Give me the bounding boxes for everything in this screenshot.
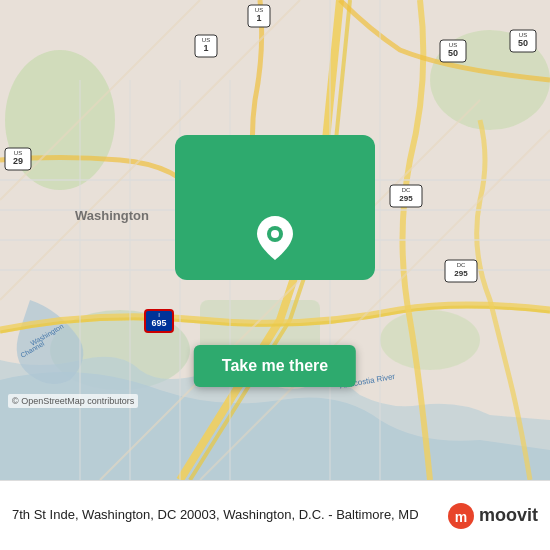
take-me-there-button[interactable]: Take me there	[194, 345, 356, 387]
moovit-logo-label: moovit	[479, 505, 538, 526]
svg-text:US: US	[202, 37, 210, 43]
footer-text-block: 7th St Inde, Washington, DC 20003, Washi…	[12, 506, 447, 524]
moovit-icon: m	[447, 502, 475, 530]
map-container: 1 US 50 US 50 US 29 US 1 US 395 I 695 I …	[0, 0, 550, 480]
moovit-logo: m moovit	[447, 502, 538, 530]
map-pin	[257, 216, 293, 260]
svg-text:Washington: Washington	[75, 208, 149, 223]
action-panel: Take me there	[175, 135, 375, 280]
svg-text:695: 695	[151, 318, 166, 328]
svg-text:1: 1	[203, 43, 208, 53]
osm-credit: © OpenStreetMap contributors	[8, 394, 138, 408]
svg-text:DC: DC	[402, 187, 411, 193]
svg-text:US: US	[449, 42, 457, 48]
svg-text:295: 295	[399, 194, 413, 203]
svg-point-52	[271, 230, 279, 238]
svg-text:29: 29	[13, 156, 23, 166]
svg-text:US: US	[255, 7, 263, 13]
svg-text:1: 1	[256, 13, 261, 23]
svg-point-5	[380, 310, 480, 370]
svg-text:US: US	[14, 150, 22, 156]
svg-text:295: 295	[454, 269, 468, 278]
svg-text:DC: DC	[457, 262, 466, 268]
svg-text:US: US	[519, 32, 527, 38]
svg-text:50: 50	[448, 48, 458, 58]
footer-address: 7th St Inde, Washington, DC 20003, Washi…	[12, 506, 447, 524]
svg-text:m: m	[455, 509, 467, 525]
footer: 7th St Inde, Washington, DC 20003, Washi…	[0, 480, 550, 550]
svg-text:50: 50	[518, 38, 528, 48]
